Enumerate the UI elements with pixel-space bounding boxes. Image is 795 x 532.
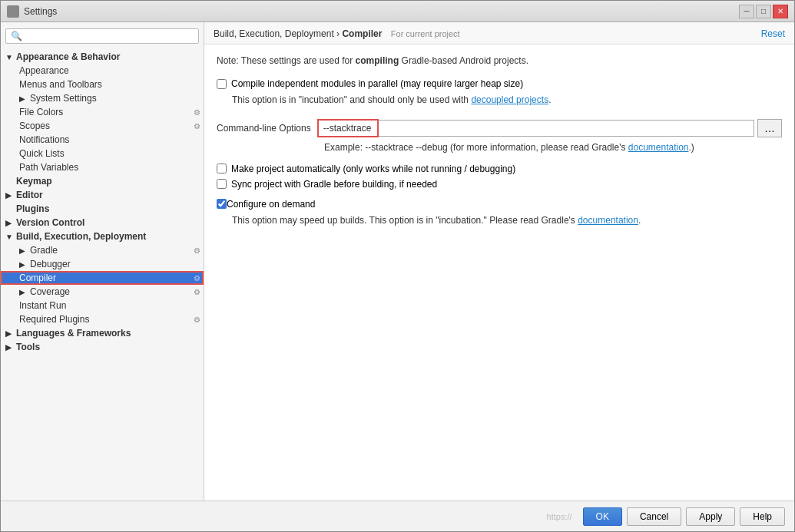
documentation-link-1[interactable]: documentation [628,142,689,153]
decoupled-projects-link[interactable]: decoupled projects [471,94,548,105]
compile-parallel-row: Compile independent modules in parallel … [217,78,782,89]
sync-gradle-row: Sync project with Gradle before building… [217,179,782,190]
panel-header: Build, Execution, Deployment › Compiler … [204,22,794,45]
for-project-label: For current project [391,29,460,38]
sidebar-item-required-plugins[interactable]: Required Plugins ⚙ [1,312,204,326]
cmdline-input-wrap: … [317,119,782,137]
sidebar-item-tools[interactable]: ▶ Tools [1,340,204,354]
sidebar-item-plugins[interactable]: Plugins [1,202,204,216]
sidebar-item-compiler[interactable]: Compiler ⚙ [1,271,204,285]
help-button[interactable]: Help [740,507,785,526]
sidebar-item-appearance-behavior[interactable]: ▼ Appearance & Behavior [1,50,204,64]
sidebar-item-label: Gradle [30,245,58,256]
documentation-link-2[interactable]: documentation [578,215,638,226]
search-box[interactable]: 🔍 [5,28,199,44]
sidebar-item-instant-run[interactable]: Instant Run [1,299,204,312]
title-bar: Settings ─ □ ✕ [1,1,794,22]
configure-demand-note: This option may speed up builds. This op… [232,214,782,227]
settings-gear-icon: ⚙ [194,108,200,117]
sidebar-item-label: Path Variables [19,162,78,173]
sidebar-item-editor[interactable]: ▶ Editor [1,188,204,202]
sidebar-item-label: Build, Execution, Deployment [16,231,146,242]
settings-icon [7,5,19,18]
ok-button[interactable]: OK [583,507,622,526]
sidebar-item-label: Coverage [30,286,70,297]
expand-arrow: ▶ [19,246,27,255]
expand-arrow: ▶ [5,329,13,338]
title-bar-left: Settings [7,5,57,18]
expand-arrow: ▶ [5,343,13,352]
sidebar-item-languages-frameworks[interactable]: ▶ Languages & Frameworks [1,326,204,340]
expand-arrow: ▶ [19,288,27,296]
sidebar-item-label: Notifications [19,134,69,145]
sidebar-item-scopes[interactable]: Scopes ⚙ [1,119,204,133]
sidebar-item-label: Quick Lists [19,148,65,159]
bottom-bar: https:// OK Cancel Apply Help [1,501,794,531]
sidebar-item-path-variables[interactable]: Path Variables [1,160,204,174]
sidebar-item-menus-toolbars[interactable]: Menus and Toolbars [1,78,204,91]
settings-gear-icon: ⚙ [194,316,200,324]
make-auto-checkbox[interactable] [217,164,227,173]
sidebar-item-file-colors[interactable]: File Colors ⚙ [1,105,204,119]
settings-gear-icon: ⚙ [194,274,200,283]
compile-parallel-checkbox[interactable] [217,79,227,89]
sidebar-item-label: Keymap [16,176,52,187]
note-text: Note: These settings are used for compil… [217,54,782,68]
search-input[interactable] [25,31,194,41]
configure-demand-label: Configure on demand [227,199,315,210]
watermark: https:// [10,512,572,521]
sidebar-item-debugger[interactable]: ▶ Debugger [1,257,204,271]
reset-link[interactable]: Reset [761,28,785,39]
maximize-button[interactable]: □ [756,5,771,18]
breadcrumb: Build, Execution, Deployment › Compiler … [214,28,460,39]
cmdline-browse-button[interactable]: … [757,119,782,137]
sidebar-item-keymap[interactable]: Keymap [1,174,204,188]
configure-demand-checkbox[interactable] [217,199,227,209]
cmdline-rest-input[interactable] [379,120,754,137]
example-text: Example: --stacktrace --debug (for more … [324,142,782,153]
main-panel: Build, Execution, Deployment › Compiler … [204,22,794,501]
expand-arrow: ▼ [5,233,13,241]
sidebar-item-quick-lists[interactable]: Quick Lists [1,147,204,160]
cancel-button[interactable]: Cancel [627,507,681,526]
sidebar-item-gradle[interactable]: ▶ Gradle ⚙ [1,243,204,257]
sync-gradle-checkbox[interactable] [217,179,227,189]
search-icon: 🔍 [11,31,22,41]
sidebar-item-label: Plugins [16,203,49,214]
settings-window: Settings ─ □ ✕ 🔍 ▼ Appearance & Behavior… [0,0,795,532]
sidebar-item-label: Menus and Toolbars [19,79,102,90]
settings-gear-icon: ⚙ [194,288,200,296]
configure-demand-row: Configure on demand [217,199,782,210]
sidebar-item-coverage[interactable]: ▶ Coverage ⚙ [1,285,204,299]
sidebar-item-build-execution-deployment[interactable]: ▼ Build, Execution, Deployment [1,230,204,243]
sidebar-item-label: Required Plugins [19,314,89,325]
cmdline-label: Command-line Options [217,123,311,134]
sidebar-item-version-control[interactable]: ▶ Version Control [1,216,204,230]
expand-arrow: ▼ [5,53,13,61]
sidebar-item-notifications[interactable]: Notifications [1,133,204,147]
make-auto-label: Make project automatically (only works w… [231,164,515,174]
minimize-button[interactable]: ─ [739,5,754,18]
expand-arrow: ▶ [19,94,27,103]
breadcrumb-text: Build, Execution, Deployment › Compiler [214,28,385,39]
content-area: 🔍 ▼ Appearance & Behavior Appearance Men… [1,22,794,501]
make-auto-section: Make project automatically (only works w… [217,164,782,190]
title-bar-controls: ─ □ ✕ [739,5,788,18]
cmdline-highlighted-input[interactable] [317,119,379,137]
sidebar-item-label: Editor [16,190,43,200]
sidebar-item-label: Scopes [19,121,50,131]
configure-demand-section: Configure on demand This option may spee… [217,199,782,227]
sidebar-item-label: Compiler [19,273,56,283]
sidebar-item-label: Appearance [19,65,69,76]
panel-body: Note: These settings are used for compil… [204,45,794,501]
make-auto-row: Make project automatically (only works w… [217,164,782,174]
sidebar-item-label: System Settings [30,93,97,104]
close-button[interactable]: ✕ [773,5,788,18]
sidebar-item-system-settings[interactable]: ▶ System Settings [1,91,204,105]
apply-button[interactable]: Apply [686,507,735,526]
sidebar-item-label: File Colors [19,107,63,117]
no-arrow [5,205,13,213]
sidebar-item-appearance[interactable]: Appearance [1,64,204,78]
sidebar-item-label: Appearance & Behavior [16,51,120,62]
compile-parallel-section: Compile independent modules in parallel … [217,78,782,107]
